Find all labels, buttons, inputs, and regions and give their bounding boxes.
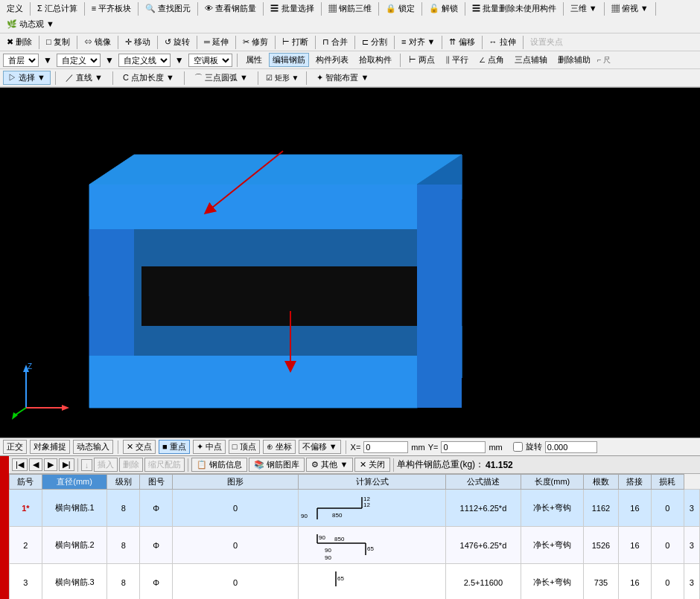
other-btn[interactable]: ⚙ 其他 ▼ <box>306 458 353 472</box>
canvas-area: Z <box>0 88 700 438</box>
line-select[interactable]: 自定义线 <box>118 54 171 67</box>
rebar-3d-btn[interactable]: ▦ 钢筋三维 <box>325 1 375 16</box>
svg-rect-14 <box>134 229 417 266</box>
cell-grade: Φ <box>140 490 173 527</box>
mode-select[interactable]: 空调板 <box>188 54 232 67</box>
dynamic-input-btn[interactable]: 动态输入 <box>73 440 113 454</box>
next-btn[interactable]: ▶ <box>44 458 57 471</box>
cell-loss-2: 3 <box>684 527 699 564</box>
point-angle-btn[interactable]: ∠ 点角 <box>475 53 508 67</box>
insert-btn[interactable]: 插入 <box>94 458 118 472</box>
rotate-input[interactable] <box>545 441 597 453</box>
stretch-btn[interactable]: ↔ 拉伸 <box>486 35 520 49</box>
lock-btn[interactable]: 🔒 锁定 <box>382 1 419 16</box>
rebar-table: 筋号 直径(mm) 级别 图号 图形 计算公式 公式描述 长度(mm) 根数 搭… <box>9 474 700 599</box>
sep13 <box>39 36 39 49</box>
rebar-diagram-3: 65 <box>299 564 388 599</box>
property-btn[interactable]: 属性 <box>242 53 266 67</box>
set-grip-btn[interactable]: 设置夹点 <box>526 35 567 49</box>
sep18 <box>235 36 236 49</box>
two-point-btn[interactable]: ⊢ 两点 <box>405 53 439 67</box>
unlock-btn[interactable]: 🔓 解锁 <box>425 1 462 16</box>
rotate-checkbox[interactable] <box>513 442 523 452</box>
last-btn[interactable]: ▶| <box>59 458 74 471</box>
component-list-btn[interactable]: 构件列表 <box>312 53 352 67</box>
coord-btn[interactable]: ⊕ 坐标 <box>263 440 296 454</box>
cell-id: 1* <box>10 490 42 527</box>
delete-btn[interactable]: ✖ 删除 <box>3 35 36 49</box>
cell-id-2: 2 <box>10 527 42 564</box>
del-row-btn[interactable]: 删除 <box>119 458 143 472</box>
mirror-btn[interactable]: ⇔ 镜像 <box>80 35 115 49</box>
sep9 <box>465 2 465 16</box>
batch-select-btn[interactable]: ☰ 批量选择 <box>267 1 317 16</box>
trim-btn[interactable]: ✂ 修剪 <box>239 35 272 49</box>
view-rebar-btn[interactable]: 👁 查看钢筋量 <box>201 1 260 16</box>
cell-formula-1: 1112+6.25*d <box>445 490 521 527</box>
move-btn[interactable]: ✛ 移动 <box>121 35 154 49</box>
sep24 <box>482 36 483 49</box>
break-btn[interactable]: ⊢ 打断 <box>279 35 312 49</box>
flush-board-btn[interactable]: ≡ 平齐板块 <box>88 1 135 16</box>
col-diameter: 直径(mm) <box>42 475 107 490</box>
sep31 <box>258 71 258 85</box>
sep6 <box>321 2 322 16</box>
line-btn[interactable]: ／ 直线 ▼ <box>60 71 108 85</box>
offset-btn[interactable]: ⇈ 偏移 <box>445 35 478 49</box>
cell-formula-3: 2.5+11600 <box>445 564 521 600</box>
dynamic-view-btn[interactable]: 🌿 动态观 ▼ <box>3 17 58 31</box>
rotate-btn[interactable]: ↺ 旋转 <box>161 35 194 49</box>
edit-rebar-btn[interactable]: 编辑钢筋 <box>269 53 309 67</box>
cell-grade-3: Φ <box>140 564 173 600</box>
merge-btn[interactable]: ⊓ 合并 <box>319 35 351 49</box>
table-row[interactable]: 1* 横向钢筋.1 8 Φ 0 12 12 <box>10 490 700 527</box>
parallel-btn[interactable]: ∥ 平行 <box>442 53 472 67</box>
define-btn[interactable]: 定义 <box>3 1 27 16</box>
no-offset-btn[interactable]: 不偏移 ▼ <box>299 440 341 454</box>
three-arc-btn[interactable]: ⌒ 三点圆弧 ▼ <box>189 71 253 85</box>
floor-select[interactable]: 首层 <box>3 54 39 67</box>
cell-overlap-2: 0 <box>651 527 684 564</box>
vertex-btn[interactable]: □ 顶点 <box>229 440 260 454</box>
find-element-btn[interactable]: 🔍 查找图元 <box>141 1 194 16</box>
batch-delete-btn[interactable]: ☰ 批量删除未使用构件 <box>468 1 560 16</box>
copy-btn[interactable]: □ 复制 <box>42 35 74 49</box>
scale-rebar-btn[interactable]: 缩尺配筋 <box>144 458 185 472</box>
smart-layout-btn[interactable]: ✦ 智能布置 ▼ <box>311 71 374 85</box>
top-view-btn[interactable]: ▦ 俯视 ▼ <box>608 1 652 16</box>
split-btn[interactable]: ⊏ 分割 <box>358 35 391 49</box>
col-count: 根数 <box>583 475 618 490</box>
table-row[interactable]: 3 横向钢筋.3 8 Φ 0 65 2.5+11600 <box>10 564 700 600</box>
down-btn[interactable]: ↓ <box>81 459 93 471</box>
rebar-library-btn[interactable]: 📚 钢筋图库 <box>249 458 305 472</box>
cell-count-1: 16 <box>619 490 652 527</box>
point-len-btn[interactable]: C 点加长度 ▼ <box>118 71 179 85</box>
pick-component-btn[interactable]: 拾取构件 <box>355 53 395 67</box>
center-btn[interactable]: ✦ 中点 <box>193 440 226 454</box>
col-loss: 损耗 <box>651 475 684 490</box>
prev-btn[interactable]: ◀ <box>29 458 42 471</box>
table-row[interactable]: 2 横向钢筋.2 8 Φ 0 90 8 <box>10 527 700 564</box>
table-header-row: 筋号 直径(mm) 级别 图号 图形 计算公式 公式描述 长度(mm) 根数 搭… <box>10 475 700 490</box>
x-input[interactable] <box>363 441 408 453</box>
midpoint-btn[interactable]: ■ 重点 <box>159 440 190 454</box>
intersection-btn[interactable]: ✕ 交点 <box>123 440 156 454</box>
close-btn[interactable]: ✕ 关闭 <box>354 458 390 472</box>
sep7 <box>378 2 379 16</box>
three-point-axis-btn[interactable]: 三点辅轴 <box>511 53 551 67</box>
3d-view-btn[interactable]: 三维 ▼ <box>567 1 601 16</box>
extend-btn[interactable]: ═ 延伸 <box>200 35 232 49</box>
object-snap-btn[interactable]: 对象捕捉 <box>30 440 70 454</box>
select-btn[interactable]: ▷ 选择 ▼ <box>3 71 51 85</box>
summary-calc-btn[interactable]: Σ 汇总计算 <box>34 1 81 16</box>
bottom-panel: |◀ ◀ ▶ ▶| ↓ 插入 删除 缩尺配筋 📋 钢筋信息 📚 钢筋图库 ⚙ 其… <box>0 456 700 599</box>
checkbox-rect[interactable]: ☑ 矩形 ▼ <box>263 72 302 84</box>
delete-aux-btn[interactable]: 删除辅助 <box>554 53 594 67</box>
orthogonal-btn[interactable]: 正交 <box>3 440 27 454</box>
type-select[interactable]: 自定义 <box>57 54 101 67</box>
align-btn[interactable]: ≡ 对齐 ▼ <box>398 35 439 49</box>
y-input[interactable] <box>441 441 486 453</box>
rebar-diagram-2: 90 850 65 90 90 <box>299 527 388 568</box>
first-btn[interactable]: |◀ <box>12 458 28 471</box>
rebar-info-btn[interactable]: 📋 钢筋信息 <box>191 458 247 472</box>
